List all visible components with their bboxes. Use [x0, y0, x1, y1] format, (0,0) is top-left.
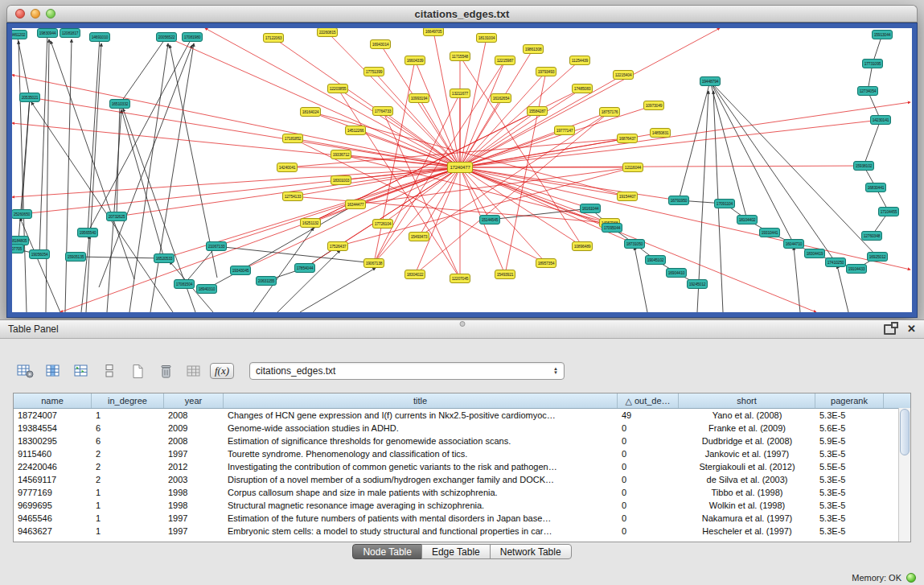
window-titlebar[interactable]: citations_edges.txt: [6, 5, 918, 23]
close-panel-icon[interactable]: ✕: [907, 324, 916, 334]
graph-node[interactable]: 10993194: [409, 93, 429, 103]
graph-node[interactable]: 17081980: [182, 32, 203, 42]
graph-node[interactable]: 15144545: [479, 215, 500, 225]
graph-node[interactable]: 14850831: [650, 128, 671, 138]
column-header-out-de[interactable]: △ out_de…: [618, 393, 679, 408]
graph-node[interactable]: 12734054: [857, 86, 878, 96]
table-row[interactable]: 977716911998Corpus callosum shape and si…: [14, 486, 910, 499]
minimize-window-button[interactable]: [31, 9, 40, 19]
graph-node[interactable]: 19336712: [331, 150, 351, 159]
table-row[interactable]: 2242004622012Investigating the contribut…: [14, 460, 910, 473]
graph-node[interactable]: 14691010: [89, 32, 110, 42]
graph-node[interactable]: 19343045: [230, 266, 251, 275]
table-settings-button[interactable]: [14, 360, 35, 381]
graph-node[interactable]: 15493921: [495, 270, 515, 279]
column-header-year[interactable]: year: [164, 393, 224, 408]
graph-node[interactable]: 19830944: [37, 28, 58, 38]
table-row[interactable]: 1456911722003Disruption of a novel membe…: [14, 473, 910, 486]
graph-node[interactable]: 17081504: [174, 279, 195, 289]
graph-node[interactable]: 12116044: [622, 163, 643, 172]
table-row[interactable]: 1830029562008Estimation of significance …: [14, 435, 910, 447]
graph-node[interactable]: 19777147: [554, 126, 575, 135]
graph-node[interactable]: 17854044: [294, 263, 315, 273]
graph-node[interactable]: 15938102: [853, 161, 874, 171]
network-canvas[interactable]: 1171554812215987197934931748508318757176…: [12, 28, 912, 312]
select-all-rows-button[interactable]: [71, 360, 92, 381]
graph-node[interactable]: 17485083: [572, 84, 593, 93]
graph-node[interactable]: 19104433: [846, 264, 867, 274]
create-column-button[interactable]: [127, 360, 148, 381]
graph-node[interactable]: 16510332: [109, 99, 130, 109]
graph-node[interactable]: 21067133: [206, 241, 227, 251]
delete-column-button[interactable]: [155, 360, 176, 381]
graph-node[interactable]: 12081817: [60, 28, 80, 38]
graph-node[interactable]: 25260650: [12, 209, 32, 219]
graph-node[interactable]: 18104402: [737, 215, 758, 225]
graph-node[interactable]: 16344477: [345, 200, 366, 209]
row-height-button[interactable]: [99, 360, 120, 381]
graph-node[interactable]: 16904410: [666, 268, 687, 278]
graph-node[interactable]: 13211677: [450, 89, 470, 98]
close-window-button[interactable]: [15, 9, 25, 19]
graph-node[interactable]: 16604339: [405, 56, 425, 65]
select-columns-button[interactable]: [43, 360, 64, 381]
graph-node[interactable]: 17095044: [602, 223, 622, 233]
graph-node[interactable]: 19861308: [523, 44, 544, 54]
graph-node[interactable]: 19067138: [363, 258, 384, 268]
tab-network-table[interactable]: Network Table: [490, 544, 572, 559]
graph-node[interactable]: 15584287: [527, 106, 548, 116]
graph-node[interactable]: 18940310: [196, 284, 217, 294]
function-builder-button[interactable]: f(x): [211, 360, 232, 381]
table-row[interactable]: 969969511998Structural magnetic resonanc…: [14, 499, 910, 512]
column-header-name[interactable]: name: [14, 393, 92, 408]
graph-node[interactable]: 15905135: [65, 252, 86, 262]
table-row[interactable]: 911546021997Tourette syndrome. Phenomeno…: [14, 447, 910, 460]
graph-node[interactable]: 17751399: [363, 67, 384, 76]
graph-node[interactable]: 16044710: [783, 239, 804, 249]
graph-node[interactable]: 15913044: [872, 30, 893, 39]
graph-node[interactable]: 16925012: [867, 252, 888, 262]
graph-node[interactable]: 17731095: [862, 59, 883, 68]
scrollbar-thumb[interactable]: [900, 409, 910, 455]
graph-node[interactable]: 14512266: [345, 126, 366, 135]
graph-node[interactable]: 12215404: [613, 70, 634, 80]
graph-node[interactable]: 17091104: [714, 199, 735, 208]
graph-node[interactable]: 19793493: [536, 67, 556, 76]
graph-node[interactable]: 12215987: [495, 56, 515, 65]
graph-node[interactable]: 17181852: [282, 134, 303, 143]
graph-node[interactable]: 19154407: [617, 192, 638, 201]
table-row[interactable]: 1872400712008Changes of HCN gene express…: [14, 409, 910, 422]
graph-node[interactable]: 14240041: [277, 163, 298, 172]
graph-node[interactable]: 16943014: [370, 39, 391, 49]
column-header-pagerank[interactable]: pagerank: [815, 393, 884, 408]
splitter-handle[interactable]: [459, 321, 465, 327]
table-selector-combobox[interactable]: citations_edges.txt ▲▼: [249, 362, 565, 380]
graph-node[interactable]: 12760348: [861, 231, 882, 241]
column-header-in-degree[interactable]: in_degree: [92, 393, 164, 408]
graph-node[interactable]: 16649705: [423, 28, 444, 36]
graph-node[interactable]: 11715548: [450, 51, 470, 61]
graph-node[interactable]: 17104455: [878, 207, 899, 216]
graph-node[interactable]: 11607705: [12, 244, 24, 253]
graph-node[interactable]: 18461202: [12, 30, 27, 39]
graph-node[interactable]: 14230141: [870, 115, 891, 125]
graph-node[interactable]: 18304419: [804, 249, 825, 258]
graph-node[interactable]: 19448794: [700, 76, 721, 86]
tab-edge-table[interactable]: Edge Table: [421, 544, 491, 559]
graph-node[interactable]: 19310441: [759, 228, 780, 237]
import-table-button[interactable]: [183, 360, 204, 381]
graph-node[interactable]: 10896489: [572, 241, 593, 251]
graph-node[interactable]: 15493473: [409, 232, 429, 241]
column-header-short[interactable]: short: [679, 393, 815, 408]
graph-node[interactable]: 19565540: [77, 228, 98, 237]
graph-node[interactable]: 20056522: [156, 32, 177, 42]
graph-node[interactable]: 17726104: [372, 219, 393, 229]
graph-node[interactable]: 16830441: [865, 183, 886, 192]
table-row[interactable]: 946362711997Embryonic stem cells: a mode…: [14, 525, 910, 538]
graph-node[interactable]: 18301003: [331, 175, 351, 185]
graph-node[interactable]: 19045102: [645, 255, 666, 265]
tab-node-table[interactable]: Node Table: [352, 544, 422, 559]
graph-node[interactable]: 18131004: [476, 33, 497, 43]
graph-node[interactable]: 17526437: [327, 241, 348, 251]
graph-node[interactable]: 20732625: [106, 212, 127, 221]
